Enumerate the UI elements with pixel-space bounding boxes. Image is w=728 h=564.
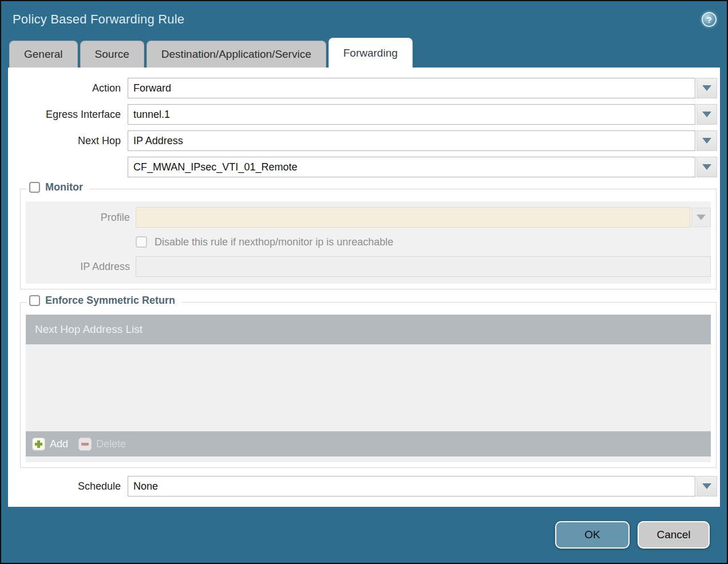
plus-icon — [32, 438, 45, 451]
monitor-legend-label: Monitor — [45, 181, 83, 193]
chevron-down-icon — [702, 164, 711, 170]
chevron-down-icon — [702, 85, 711, 91]
add-button-label: Add — [50, 438, 68, 450]
cancel-button[interactable]: Cancel — [638, 521, 710, 549]
action-label: Action — [8, 82, 121, 94]
forwarding-tab-panel: Action Forward Egress Interface tunnel.1… — [8, 67, 720, 507]
dialog-title: Policy Based Forwarding Rule — [13, 12, 184, 27]
next-hop-address-list-toolbar: Add Delete — [26, 431, 711, 456]
ok-button[interactable]: OK — [555, 521, 630, 549]
monitor-panel: Profile Disable this rule if nexthop/mon… — [26, 201, 711, 284]
next-hop-address-list-body — [26, 344, 711, 431]
add-button[interactable]: Add — [32, 438, 68, 451]
enforce-symmetric-return-fieldset: Enforce Symmetric Return Next Hop Addres… — [20, 302, 717, 468]
dialog-footer: OK Cancel — [1, 507, 727, 563]
egress-interface-row: Egress Interface tunnel.1 — [8, 104, 720, 125]
monitor-legend: Monitor — [27, 181, 90, 193]
tab-source[interactable]: Source — [80, 41, 144, 67]
next-hop-address-list-header: Next Hop Address List — [26, 315, 711, 344]
chevron-down-icon — [702, 138, 711, 144]
monitor-fieldset: Monitor Profile Disable this rule if nex… — [20, 189, 717, 289]
tab-destination-application-service[interactable]: Destination/Application/Service — [147, 41, 326, 67]
profile-select — [136, 207, 690, 228]
monitor-ip-row: IP Address — [26, 256, 711, 277]
tab-forwarding[interactable]: Forwarding — [329, 38, 413, 67]
monitor-ip-label: IP Address — [26, 261, 130, 273]
next-hop-address-dropdown-button[interactable] — [697, 157, 717, 177]
schedule-select[interactable]: None — [128, 476, 695, 497]
next-hop-address-list-grid: Next Hop Address List Add Delete — [26, 315, 711, 462]
next-hop-address-select[interactable]: CF_MWAN_IPsec_VTI_01_Remote — [128, 157, 695, 177]
next-hop-row: Next Hop IP Address — [8, 130, 720, 151]
schedule-row: Schedule None — [8, 476, 720, 497]
chevron-down-icon — [702, 112, 711, 117]
next-hop-label: Next Hop — [8, 135, 121, 147]
chevron-down-icon — [702, 483, 711, 489]
profile-row: Profile — [26, 207, 711, 228]
monitor-ip-input — [136, 256, 711, 277]
schedule-label: Schedule — [8, 480, 121, 492]
enforce-symmetric-return-legend: Enforce Symmetric Return — [27, 295, 182, 307]
chevron-down-icon — [697, 215, 706, 220]
action-row: Action Forward — [8, 78, 720, 98]
egress-interface-dropdown-button[interactable] — [697, 104, 717, 125]
dialog-titlebar: Policy Based Forwarding Rule ? — [1, 1, 727, 38]
tab-general[interactable]: General — [9, 41, 78, 67]
disable-rule-label: Disable this rule if nexthop/monitor ip … — [155, 236, 393, 248]
profile-label: Profile — [26, 212, 130, 224]
disable-rule-checkbox — [136, 236, 147, 248]
action-dropdown-button[interactable] — [697, 78, 717, 98]
egress-interface-label: Egress Interface — [8, 109, 121, 121]
next-hop-address-row: CF_MWAN_IPsec_VTI_01_Remote — [8, 157, 720, 177]
disable-rule-row: Disable this rule if nexthop/monitor ip … — [26, 235, 711, 249]
action-select[interactable]: Forward — [128, 78, 695, 98]
egress-interface-select[interactable]: tunnel.1 — [128, 104, 695, 125]
enforce-symmetric-return-legend-label: Enforce Symmetric Return — [45, 295, 175, 307]
monitor-checkbox[interactable] — [29, 182, 40, 193]
grid-bottom-strip — [26, 456, 711, 462]
profile-dropdown-button — [691, 208, 711, 227]
pbf-rule-dialog: Policy Based Forwarding Rule ? General S… — [0, 0, 728, 564]
delete-button: Delete — [78, 438, 126, 451]
next-hop-type-select[interactable]: IP Address — [128, 130, 695, 151]
tab-bar: General Source Destination/Application/S… — [1, 38, 727, 67]
help-icon[interactable]: ? — [702, 12, 717, 27]
delete-button-label: Delete — [96, 438, 126, 450]
minus-icon — [78, 438, 92, 451]
enforce-symmetric-return-checkbox[interactable] — [29, 295, 40, 306]
next-hop-dropdown-button[interactable] — [697, 130, 717, 151]
schedule-dropdown-button[interactable] — [697, 476, 717, 497]
